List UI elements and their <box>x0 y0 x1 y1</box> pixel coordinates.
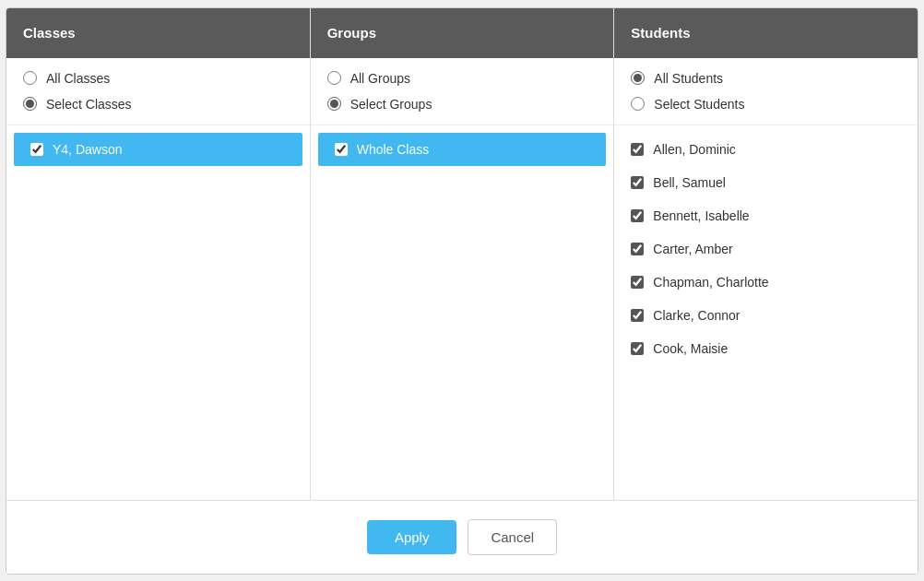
select-groups-radio[interactable] <box>327 97 341 111</box>
groups-header-label: Groups <box>327 25 376 41</box>
table-area: Classes All Classes Select Classes Y4, D… <box>6 8 918 501</box>
students-header: Students <box>614 8 918 58</box>
student-label-5: Clarke, Connor <box>653 308 740 323</box>
list-item[interactable]: Clarke, Connor <box>614 299 918 332</box>
student-checkbox-4[interactable] <box>631 276 644 289</box>
select-classes-option[interactable]: Select Classes <box>23 97 293 112</box>
classes-column: Classes All Classes Select Classes Y4, D… <box>6 8 311 500</box>
student-label-1: Bell, Samuel <box>653 175 726 190</box>
apply-button[interactable]: Apply <box>367 520 457 554</box>
cancel-button[interactable]: Cancel <box>468 519 557 555</box>
list-item[interactable]: Cook, Maisie <box>614 332 918 365</box>
group-item-checkbox[interactable] <box>335 143 348 156</box>
select-groups-label: Select Groups <box>350 97 432 112</box>
list-item[interactable]: Bell, Samuel <box>614 166 918 199</box>
classes-header-label: Classes <box>23 25 76 41</box>
group-item-label: Whole Class <box>357 142 430 157</box>
all-groups-radio[interactable] <box>327 71 341 85</box>
class-item-checkbox[interactable] <box>30 143 43 156</box>
all-groups-option[interactable]: All Groups <box>327 71 598 86</box>
select-classes-label: Select Classes <box>46 97 132 112</box>
list-item[interactable]: Y4, Dawson <box>14 133 302 166</box>
student-checkbox-0[interactable] <box>631 143 644 156</box>
student-label-3: Carter, Amber <box>653 242 732 256</box>
groups-header: Groups <box>311 8 614 58</box>
all-students-label: All Students <box>654 71 723 86</box>
list-item[interactable]: Allen, Dominic <box>614 133 918 166</box>
students-radio-options: All Students Select Students <box>614 58 918 125</box>
students-header-label: Students <box>631 25 690 41</box>
all-classes-option[interactable]: All Classes <box>23 71 293 86</box>
all-students-option[interactable]: All Students <box>631 71 901 86</box>
student-checkbox-6[interactable] <box>631 342 644 355</box>
groups-column: Groups All Groups Select Groups Whole Cl… <box>311 8 615 500</box>
classes-header: Classes <box>6 8 310 58</box>
student-label-0: Allen, Dominic <box>653 142 735 157</box>
class-item-label: Y4, Dawson <box>53 142 122 157</box>
list-item[interactable]: Bennett, Isabelle <box>614 199 918 232</box>
student-checkbox-5[interactable] <box>631 309 644 322</box>
groups-radio-options: All Groups Select Groups <box>311 58 614 125</box>
students-list: Allen, Dominic Bell, Samuel Bennett, Isa… <box>614 125 918 500</box>
all-classes-label: All Classes <box>46 71 110 86</box>
student-label-6: Cook, Maisie <box>653 341 728 356</box>
select-students-option[interactable]: Select Students <box>631 97 901 112</box>
classes-list: Y4, Dawson <box>6 125 310 500</box>
list-item[interactable]: Whole Class <box>318 133 607 166</box>
modal-container: Classes All Classes Select Classes Y4, D… <box>6 7 918 575</box>
all-classes-radio[interactable] <box>23 71 37 85</box>
student-checkbox-3[interactable] <box>631 243 644 255</box>
student-checkbox-2[interactable] <box>631 209 644 222</box>
select-students-label: Select Students <box>654 97 744 112</box>
select-classes-radio[interactable] <box>23 97 37 111</box>
footer: Apply Cancel <box>6 501 918 574</box>
list-item[interactable]: Carter, Amber <box>614 232 918 266</box>
all-students-radio[interactable] <box>631 71 645 85</box>
student-label-2: Bennett, Isabelle <box>653 208 749 223</box>
groups-list: Whole Class <box>311 125 614 500</box>
all-groups-label: All Groups <box>350 71 410 86</box>
students-column: Students All Students Select Students Al… <box>614 8 918 500</box>
select-students-radio[interactable] <box>631 97 645 111</box>
select-groups-option[interactable]: Select Groups <box>327 97 598 112</box>
classes-radio-options: All Classes Select Classes <box>6 58 310 125</box>
student-label-4: Chapman, Charlotte <box>653 275 768 290</box>
list-item[interactable]: Chapman, Charlotte <box>614 266 918 299</box>
student-checkbox-1[interactable] <box>631 176 644 189</box>
